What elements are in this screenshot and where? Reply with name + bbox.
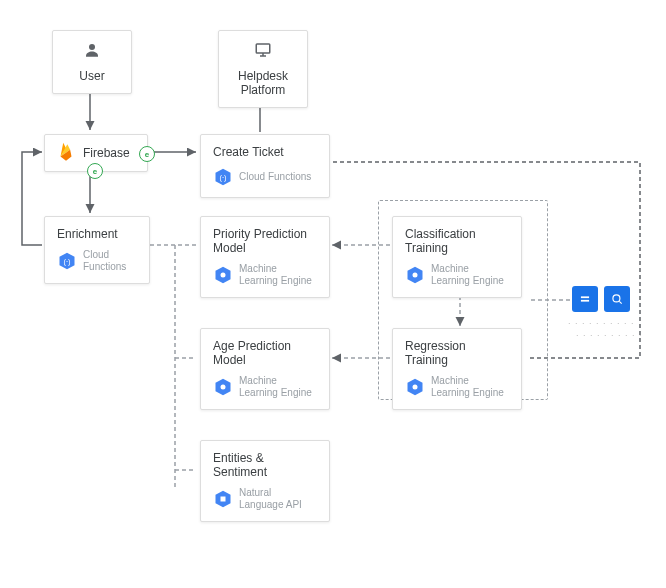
ml-engine-icon [213,377,233,397]
node-priority-model: Priority Prediction Model Machine Learni… [200,216,330,298]
ml-engine-icon [405,265,425,285]
service-label: Machine Learning Engine [431,263,504,287]
service-label: Machine Learning Engine [239,263,312,287]
node-title: Entities & Sentiment [213,451,317,479]
svg-text:(·): (·) [219,173,227,182]
node-title: Regression Training [405,339,509,367]
node-user: User [52,30,132,94]
node-title: Enrichment [57,227,137,241]
svg-point-32 [613,295,620,302]
node-user-label: User [65,69,119,83]
svg-rect-25 [221,497,226,502]
node-title: Age Prediction Model [213,339,317,367]
node-regression-training: Regression Training Machine Learning Eng… [392,328,522,410]
service-label: Cloud Functions [83,249,137,273]
service-label: Machine Learning Engine [239,375,312,399]
svg-point-21 [221,273,226,278]
hint-dots: . . . . . . . . . . [576,328,643,338]
search-circle-icon [604,286,630,312]
ml-engine-icon [213,265,233,285]
node-title: Priority Prediction Model [213,227,317,255]
node-firebase-label: Firebase [83,146,130,160]
service-label: Machine Learning Engine [431,375,504,399]
event-badge-icon: e [87,163,103,179]
node-helpdesk: Helpdesk Platform [218,30,308,108]
svg-rect-13 [256,44,270,53]
cloud-functions-icon: (·) [213,167,233,187]
svg-point-29 [413,385,418,390]
node-create-ticket: Create Ticket (·) Cloud Functions [200,134,330,198]
user-icon [65,41,119,63]
node-title: Create Ticket [213,145,317,159]
service-label: Cloud Functions [239,171,311,183]
node-classification-training: Classification Training Machine Learning… [392,216,522,298]
node-firebase: Firebase e e [44,134,148,172]
svg-point-23 [221,385,226,390]
node-age-model: Age Prediction Model Machine Learning En… [200,328,330,410]
monitor-icon [231,41,295,63]
svg-point-27 [413,273,418,278]
node-helpdesk-label: Helpdesk Platform [231,69,295,97]
equals-icon [572,286,598,312]
service-label: Natural Language API [239,487,302,511]
event-badge-icon: e [139,146,155,162]
cloud-functions-icon: (·) [57,251,77,271]
node-enrichment: Enrichment (·) Cloud Functions [44,216,150,284]
svg-point-12 [89,44,95,50]
svg-text:(·): (·) [63,257,71,266]
nl-api-icon [213,489,233,509]
cloud-service-icons [572,286,630,312]
hint-dots: . . . . . . . . . . [568,316,635,326]
node-title: Classification Training [405,227,509,255]
node-entities-sentiment: Entities & Sentiment Natural Language AP… [200,440,330,522]
firebase-icon [57,140,75,166]
svg-line-33 [619,301,621,303]
ml-engine-icon [405,377,425,397]
